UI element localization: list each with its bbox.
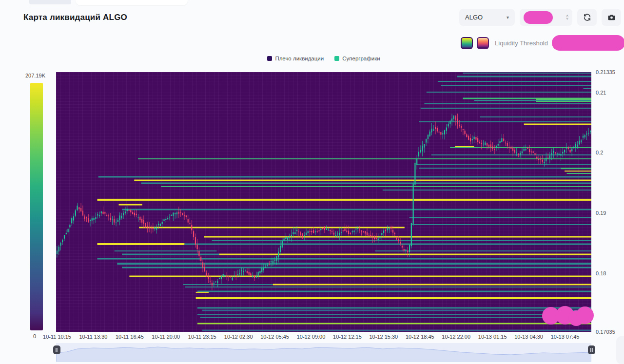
liquidation-heatmap-plot[interactable]: [56, 72, 591, 332]
liquidation-band: [212, 240, 592, 241]
range-navigator[interactable]: [56, 343, 591, 362]
liquidation-band: [412, 224, 591, 225]
threshold-label: Liquidity Threshold: [495, 39, 548, 47]
liquidation-band: [98, 243, 185, 245]
chart-legend: Плечо ликвидации Суперграфики: [56, 56, 591, 61]
liquidation-band: [474, 100, 592, 101]
time-tick-label: 10-11 23:15: [188, 334, 216, 340]
leverage-stepper[interactable]: ˄˅: [520, 9, 572, 26]
time-tick-label: 10-11 16:45: [116, 334, 144, 340]
legend-item-leverage[interactable]: Плечо ликвидации: [267, 56, 324, 61]
bottom-right-card: [616, 336, 624, 364]
liquidation-band: [119, 204, 142, 206]
liquidation-band: [202, 330, 591, 331]
liquidation-band: [427, 92, 591, 93]
time-tick-label: 10-13 07:45: [551, 334, 580, 340]
liquidation-band: [421, 108, 591, 109]
toolbar: ALGO ▾ ˄˅: [459, 9, 621, 26]
liquidation-band: [98, 258, 592, 260]
top-tab-ghost: [29, 0, 71, 4]
time-tick-label: 10-12 22:00: [442, 334, 470, 340]
time-tick-label: 10-13 01:15: [478, 334, 507, 340]
time-tick-label: 10-12 15:30: [370, 334, 398, 340]
price-tick-label: 0.19: [596, 210, 606, 216]
navigator-area: [56, 347, 591, 362]
liquidation-band: [115, 250, 217, 251]
liquidation-band: [204, 236, 591, 238]
liquidation-band: [139, 227, 405, 228]
navigator-right-handle[interactable]: [588, 345, 595, 354]
time-tick-label: 10-11 20:00: [152, 334, 180, 340]
liquidation-band: [138, 158, 591, 159]
screenshot-button[interactable]: [602, 9, 621, 26]
liquidation-band: [122, 254, 219, 255]
liquidation-band: [197, 307, 591, 308]
stepper-value-mask: [524, 11, 553, 24]
colormap-viridis-swatch[interactable]: [461, 37, 473, 49]
liquidation-band: [200, 317, 591, 318]
liquidation-band: [98, 176, 591, 177]
price-tick-label: 0.21335: [596, 69, 615, 75]
camera-icon: [607, 13, 616, 21]
price-tick-label: 0.21: [596, 90, 606, 96]
navigator-minichart: [56, 343, 591, 362]
liquidation-band: [438, 81, 591, 82]
liquidation-band: [122, 267, 591, 268]
time-tick-label: 10-12 09:00: [297, 334, 326, 340]
legend-label-leverage: Плечо ликвидации: [275, 56, 324, 61]
liquidation-band: [134, 180, 591, 181]
liquidation-band: [202, 310, 591, 311]
price-tick-label: 0.17035: [596, 329, 615, 335]
liquidation-band: [117, 263, 591, 265]
liquidation-band: [584, 88, 592, 89]
liquidation-band: [141, 183, 591, 184]
time-tick-label: 10-13 04:30: [514, 334, 543, 340]
liquidation-band: [480, 116, 591, 117]
time-tick-label: 10-12 05:45: [260, 334, 289, 340]
colorbar: [30, 83, 43, 330]
liquidation-band: [524, 124, 591, 125]
legend-swatch-supercharts: [334, 56, 339, 61]
time-tick-label: 10-12 18:45: [406, 334, 434, 340]
time-tick-label: 10-11 10:15: [43, 334, 71, 340]
liquidation-band: [183, 284, 273, 285]
time-tick-label: 10-12 12:15: [333, 334, 362, 340]
liquidation-band: [129, 276, 591, 277]
liquidation-band: [431, 154, 591, 155]
liquidation-band: [441, 85, 592, 86]
stepper-arrows[interactable]: ˄˅: [566, 15, 568, 20]
legend-item-supercharts[interactable]: Суперграфики: [334, 56, 380, 61]
liquidation-band: [561, 168, 591, 169]
symbol-select[interactable]: ALGO ▾: [459, 9, 515, 26]
time-tick-label: 10-11 13:30: [79, 334, 107, 340]
top-tab: [76, 0, 188, 5]
liquidation-band: [161, 186, 591, 187]
liquidation-band: [122, 209, 591, 211]
page-title: Карта ликвидаций ALGO: [23, 13, 127, 22]
liquidation-band: [410, 217, 591, 218]
legend-label-supercharts: Суперграфики: [342, 56, 380, 61]
liquidation-band: [185, 244, 592, 245]
liquidation-band: [424, 103, 591, 104]
liquidation-band: [419, 121, 591, 122]
liquidation-band: [197, 291, 591, 292]
step-down-icon: ˅: [566, 18, 568, 20]
liquidation-band: [463, 73, 592, 74]
liquidation-band: [455, 146, 474, 147]
chart-annotation-mask-4: [576, 307, 594, 324]
price-tick-label: 0.18: [596, 270, 606, 276]
navigator-left-handle[interactable]: [53, 345, 60, 354]
colormap-magma-swatch[interactable]: [477, 37, 489, 49]
liquidation-bands: [98, 73, 592, 331]
liquidation-band: [196, 292, 209, 293]
liquidation-band: [185, 287, 591, 287]
chevron-down-icon: ▾: [507, 15, 509, 20]
liquidation-band: [457, 76, 591, 77]
liquidation-band: [98, 199, 592, 201]
liquidation-map-page: { "page": { "title": "Карта ликвидаций A…: [0, 0, 624, 364]
refresh-button[interactable]: [577, 9, 597, 26]
threshold-row: Liquidity Threshold: [461, 35, 621, 51]
price-tick-label: 0.2: [596, 150, 603, 155]
colorbar-min-label: 0: [33, 333, 36, 339]
legend-swatch-leverage: [267, 56, 272, 61]
